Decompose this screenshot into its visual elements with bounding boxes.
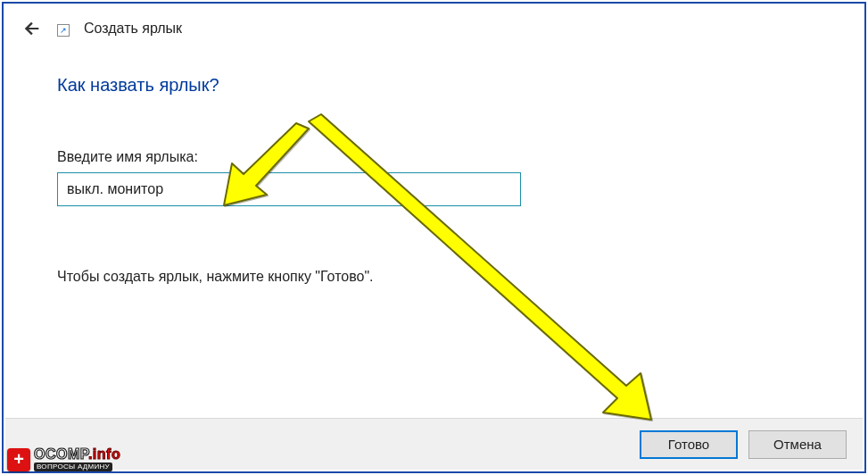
dialog-title: Создать ярлык (84, 21, 182, 37)
finish-hint: Чтобы создать ярлык, нажмите кнопку "Гот… (57, 269, 811, 285)
arrow-left-icon (22, 19, 42, 38)
dialog-footer: Готово Отмена (5, 418, 863, 470)
dialog-content: Как назвать ярлык? Введите имя ярлыка: Ч… (4, 39, 864, 285)
dialog-frame: ↗ Создать ярлык Как назвать ярлык? Введи… (2, 2, 866, 473)
dialog-header: ↗ Создать ярлык (4, 4, 864, 39)
shortcut-overlay-icon: ↗ (57, 24, 70, 37)
shortcut-name-input[interactable] (57, 172, 521, 206)
back-button[interactable] (21, 18, 43, 39)
cancel-button[interactable]: Отмена (748, 430, 847, 459)
page-heading: Как назвать ярлык? (57, 75, 811, 96)
finish-button[interactable]: Готово (640, 430, 738, 459)
name-field-label: Введите имя ярлыка: (57, 149, 811, 165)
